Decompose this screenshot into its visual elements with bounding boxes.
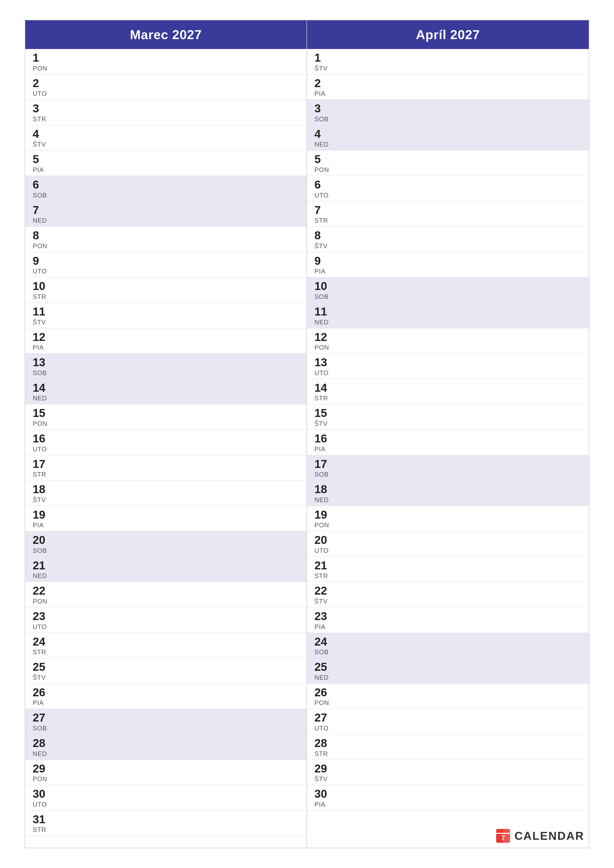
day-number: 23	[33, 610, 299, 623]
day-name: PON	[314, 166, 581, 174]
day-row: 12PIA	[25, 329, 306, 354]
day-row: 28NED	[25, 735, 306, 760]
day-row: 3SOB	[307, 100, 589, 125]
day-name: PIA	[33, 699, 299, 707]
day-row: 5PON	[307, 150, 589, 176]
day-row: 28STR	[307, 735, 589, 760]
day-row: 20UTO	[307, 531, 589, 557]
page: Marec 2027 1PON2UTO3STR4ŠTV5PIA6SOB7NED8…	[0, 0, 614, 868]
day-name: PON	[33, 242, 299, 250]
day-number: 9	[314, 254, 581, 267]
day-name: STR	[314, 394, 581, 402]
day-number: 7	[314, 204, 581, 217]
day-name: SOB	[314, 293, 581, 301]
day-name: ŠTV	[33, 674, 299, 682]
day-row: 4NED	[307, 125, 589, 151]
day-name: UTO	[33, 268, 299, 275]
day-row: 10STR	[25, 277, 306, 303]
day-number: 22	[33, 584, 299, 597]
day-number: 24	[33, 636, 299, 648]
day-number: 20	[33, 534, 299, 546]
day-name: PIA	[33, 166, 299, 174]
day-name: STR	[33, 293, 299, 301]
april-column: Apríl 2027 1ŠTV2PIA3SOB4NED5PON6UTO7STR8…	[307, 20, 589, 848]
day-number: 17	[314, 458, 581, 470]
day-number: 19	[33, 508, 299, 521]
day-number: 24	[314, 636, 581, 648]
day-name: PON	[33, 775, 299, 783]
day-row: 6UTO	[307, 176, 589, 202]
day-number: 3	[33, 102, 299, 115]
day-number: 23	[314, 610, 581, 623]
day-row: 13UTO	[307, 353, 589, 379]
day-number: 11	[314, 305, 581, 318]
day-number: 8	[314, 229, 581, 242]
day-number: 17	[33, 458, 299, 470]
day-name: PIA	[33, 344, 299, 351]
day-name: UTO	[33, 445, 299, 453]
day-number: 25	[314, 661, 581, 673]
day-name: NED	[33, 217, 299, 225]
day-row: 9PIA	[307, 252, 589, 277]
day-number: 13	[33, 356, 299, 369]
day-name: NED	[314, 496, 581, 504]
day-row: 9UTO	[25, 252, 306, 277]
day-number: 12	[314, 331, 581, 343]
day-row: 18NED	[307, 480, 589, 506]
day-number: 18	[314, 483, 581, 496]
day-name: STR	[33, 471, 299, 478]
day-row: 29ŠTV	[307, 760, 589, 785]
day-name: ŠTV	[314, 242, 581, 250]
day-number: 5	[33, 153, 299, 166]
day-name: PON	[314, 699, 581, 707]
day-row: 8PON	[25, 227, 306, 252]
day-name: SOB	[33, 547, 299, 555]
logo-area: 7 CALENDAR	[496, 828, 584, 843]
day-name: NED	[314, 674, 581, 682]
day-name: NED	[33, 572, 299, 580]
day-row: 22PON	[25, 582, 306, 608]
day-name: PON	[33, 598, 299, 605]
day-number: 14	[314, 381, 581, 394]
day-number: 14	[33, 381, 299, 394]
day-name: PIA	[33, 521, 299, 529]
day-name: ŠTV	[33, 496, 299, 504]
day-number: 15	[314, 407, 581, 419]
march-header: Marec 2027	[25, 20, 306, 49]
day-row: 25ŠTV	[25, 658, 306, 684]
day-name: PIA	[314, 801, 581, 808]
day-number: 1	[33, 51, 299, 64]
day-row: 3STR	[25, 100, 306, 125]
day-number: 5	[314, 153, 581, 166]
day-name: SOB	[33, 192, 299, 199]
day-row: 27SOB	[25, 709, 306, 735]
day-row: 23UTO	[25, 608, 306, 633]
day-number: 2	[314, 77, 581, 90]
day-number: 28	[314, 737, 581, 749]
day-number: 26	[33, 686, 299, 699]
day-name: PIA	[314, 90, 581, 98]
april-header: Apríl 2027	[307, 20, 589, 49]
day-row: 2UTO	[25, 74, 306, 100]
day-name: UTO	[33, 623, 299, 631]
day-name: SOB	[314, 648, 581, 656]
day-row: 1ŠTV	[307, 49, 589, 74]
day-name: ŠTV	[314, 598, 581, 605]
day-row: 15PON	[25, 404, 306, 430]
day-row: 24SOB	[307, 633, 589, 659]
day-row: 12PON	[307, 329, 589, 354]
day-number: 16	[33, 432, 299, 445]
day-name: STR	[33, 826, 299, 834]
day-name: SOB	[314, 115, 581, 123]
day-name: SOB	[33, 369, 299, 377]
day-row: 20SOB	[25, 531, 306, 557]
day-number: 21	[314, 559, 581, 572]
day-number: 3	[314, 102, 581, 115]
calendar-logo-icon: 7	[496, 828, 510, 843]
day-row: 25NED	[307, 658, 589, 684]
day-name: PON	[314, 521, 581, 529]
logo-text: CALENDAR	[515, 829, 584, 843]
day-name: SOB	[33, 724, 299, 732]
day-name: PIA	[314, 623, 581, 631]
day-name: PON	[33, 420, 299, 428]
